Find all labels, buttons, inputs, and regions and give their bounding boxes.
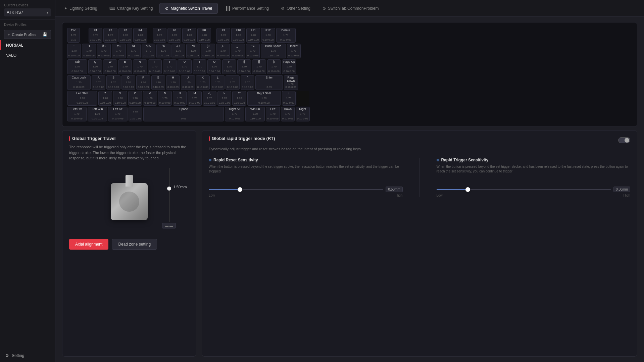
key-6[interactable]: ^61.700.10 0.09 — [156, 44, 170, 58]
key-0[interactable]: )01.700.10 0.09 — [216, 44, 230, 58]
key-right[interactable]: Right1.700.10 0.09 — [296, 107, 309, 121]
key-j[interactable]: J1.700.10 0.09 — [181, 75, 195, 90]
tab-lighting[interactable]: ✦ Lighting Setting — [59, 3, 103, 13]
key-lalt[interactable]: Left Alt1.700.10 0.09 — [108, 107, 128, 121]
key-rshift[interactable]: Right Shift1.700.10 0.08 — [247, 91, 281, 106]
key-winFn[interactable]: Win Fn1.700.10 0.09 — [245, 107, 265, 121]
key-ralt[interactable]: Right Alt1.700.10 0.09 — [225, 107, 244, 121]
key-k[interactable]: K1.700.10 0.09 — [196, 75, 210, 90]
key-s[interactable]: S1.700.10 0.09 — [106, 75, 120, 90]
key-left[interactable]: Left1.700.10 0.09 — [266, 107, 280, 121]
key-f[interactable]: F1.700.10 0.09 — [136, 75, 150, 90]
key-q[interactable]: Q1.700.10 0.08 — [88, 59, 102, 74]
key-lctrl[interactable]: Left Ctrl1.700.10 0.09 — [67, 107, 87, 121]
rt-toggle[interactable] — [618, 137, 630, 143]
key-p[interactable]: P1.700.10 0.08 — [222, 59, 236, 74]
tab-magnetic[interactable]: ⊙ Magnetic Switch Travel — [159, 3, 217, 14]
key-f1[interactable]: F11.700.10 0.08 — [89, 28, 102, 43]
key-period[interactable]: >.1.700.10 0.08 — [217, 91, 231, 106]
key-y[interactable]: Y1.700.10 0.08 — [163, 59, 177, 74]
key-backspace[interactable]: Back Space1.700.10 0.09 — [261, 44, 286, 58]
key-f4[interactable]: F41.700.10 0.08 — [133, 28, 147, 43]
key-minus[interactable]: _-1.700.10 0.09 — [231, 44, 245, 58]
key-u[interactable]: U1.700.10 0.08 — [178, 59, 191, 74]
key-f9[interactable]: F91.700.10 0.08 — [216, 28, 230, 43]
key-f7[interactable]: F71.700.10 0.08 — [182, 28, 196, 43]
key-b[interactable]: B1.700.10 0.08 — [158, 91, 172, 106]
key-o[interactable]: O1.700.10 0.08 — [207, 59, 221, 74]
key-f12[interactable]: F121.700.10 0.08 — [261, 28, 275, 43]
key-up[interactable]: ↑1.700.10 0.08 — [282, 91, 296, 106]
key-lshift[interactable]: Left Shift1.700.10 0.08 — [67, 91, 97, 106]
key-pagedown[interactable]: PageDown1.700.10 0.09 — [284, 75, 298, 90]
key-comma[interactable]: <,1.700.10 0.08 — [203, 91, 216, 106]
key-r[interactable]: R1.700.10 0.08 — [133, 59, 147, 74]
key-3[interactable]: #31.700.10 0.09 — [112, 44, 126, 58]
key-capslock[interactable]: Caps Lock1.700.10 0.09 — [67, 75, 91, 90]
key-f11[interactable]: F111.700.10 0.08 — [246, 28, 260, 43]
key-z[interactable]: Z1.700.10 0.08 — [98, 91, 112, 106]
key-n[interactable]: N1.700.10 0.08 — [173, 91, 187, 106]
key-1[interactable]: !11.700.10 0.09 — [82, 44, 96, 58]
key-f2[interactable]: F21.700.10 0.08 — [103, 28, 117, 43]
key-d[interactable]: D1.700.10 0.09 — [121, 75, 135, 90]
key-plus[interactable]: +=1.700.10 0.09 — [246, 44, 260, 58]
key-m[interactable]: M1.700.10 0.08 — [188, 91, 201, 106]
key-f5[interactable]: F51.700.10 0.08 — [153, 28, 166, 43]
tab-changekey[interactable]: ⌨ Change Key Setting — [104, 3, 158, 13]
key-pageup[interactable]: Page Up1.700.10 0.08 — [282, 59, 296, 74]
key-rbrace[interactable]: }]1.700.10 0.08 — [252, 59, 266, 74]
rapid-reset-thumb[interactable] — [238, 187, 242, 192]
key-9[interactable]: (91.700.10 0.09 — [201, 44, 215, 58]
key-tab[interactable]: Tab1.700.10 0.08 — [67, 59, 87, 74]
key-lbrace[interactable]: {[1.700.10 0.08 — [237, 59, 251, 74]
key-g[interactable]: G1.700.10 0.09 — [151, 75, 165, 90]
key-space[interactable]: Space0.09 — [143, 107, 224, 121]
key-2[interactable]: @21.700.10 0.09 — [97, 44, 111, 58]
key-f6[interactable]: F61.700.10 0.08 — [167, 28, 181, 43]
key-fn2[interactable]: 1.700.10 0.09 — [129, 107, 142, 121]
key-a[interactable]: A1.700.10 0.09 — [92, 75, 105, 90]
tab-performance[interactable]: ▐▐ Performance Setting — [219, 3, 274, 13]
key-lwin[interactable]: Left Win1.700.10 0.09 — [88, 107, 107, 121]
tab-other[interactable]: ⚙ Other Setting — [276, 3, 316, 13]
create-profiles-button[interactable]: + Create Profiles 💾 — [4, 30, 51, 39]
key-backslash[interactable]: |\1.700.10 0.08 — [267, 59, 281, 74]
key-enter[interactable]: Enter0.09 — [255, 75, 283, 90]
key-h[interactable]: H1.700.10 0.09 — [166, 75, 180, 90]
tab-switchtab[interactable]: ⊘ SwitchTab.CommonProblem — [317, 3, 384, 13]
key-f8[interactable]: F81.700.10 0.08 — [197, 28, 211, 43]
key-i[interactable]: I1.700.10 0.08 — [193, 59, 206, 74]
key-8[interactable]: *81.700.10 0.09 — [186, 44, 200, 58]
key-t[interactable]: T1.700.10 0.08 — [148, 59, 162, 74]
key-x[interactable]: X1.700.10 0.08 — [113, 91, 127, 106]
key-4[interactable]: $41.700.10 0.09 — [127, 44, 141, 58]
sidebar-item-normal[interactable]: NORMAL — [0, 40, 55, 50]
dead-zone-button[interactable]: Dead zone setting — [112, 239, 157, 250]
key-insert[interactable]: Insert1.700.10 0.09 — [287, 44, 301, 58]
key-esc[interactable]: Esc 1.70 0.10 — [67, 28, 80, 43]
key-e[interactable]: E1.700.10 0.08 — [118, 59, 132, 74]
key-semicolon[interactable]: :;1.700.10 0.09 — [226, 75, 239, 90]
key-l[interactable]: L1.700.10 0.09 — [211, 75, 225, 90]
key-tilde[interactable]: ~1.700.10 0.09 — [67, 44, 81, 58]
key-quote[interactable]: "'1.700.10 0.09 — [241, 75, 254, 90]
key-w[interactable]: W1.700.10 0.08 — [103, 59, 117, 74]
rapid-trigger-thumb[interactable] — [465, 187, 470, 192]
sidebar-item-valo[interactable]: VALO — [0, 50, 55, 60]
rapid-reset-slider[interactable] — [209, 189, 383, 190]
key-f3[interactable]: F31.700.10 0.08 — [118, 28, 132, 43]
key-5[interactable]: %51.700.10 0.09 — [142, 44, 155, 58]
key-c[interactable]: C1.700.10 0.08 — [128, 91, 142, 106]
key-7[interactable]: &71.700.10 0.09 — [171, 44, 185, 58]
key-slash[interactable]: ?/1.700.10 0.08 — [232, 91, 246, 106]
key-v[interactable]: V1.700.10 0.08 — [143, 91, 157, 106]
key-f10[interactable]: F101.700.10 0.08 — [231, 28, 245, 43]
key-numpad[interactable] — [297, 91, 309, 106]
key-delete[interactable]: Delete1.700.10 0.08 — [276, 28, 296, 43]
sidebar-device-select[interactable]: ATK RS7 ▾ — [4, 8, 51, 16]
setting-button[interactable]: ⚙ Setting — [0, 349, 55, 362]
axial-alignment-button[interactable]: Axial alignment — [69, 239, 108, 250]
key-down[interactable]: Down1.700.10 0.09 — [281, 107, 295, 121]
rapid-trigger-slider[interactable] — [437, 189, 611, 190]
